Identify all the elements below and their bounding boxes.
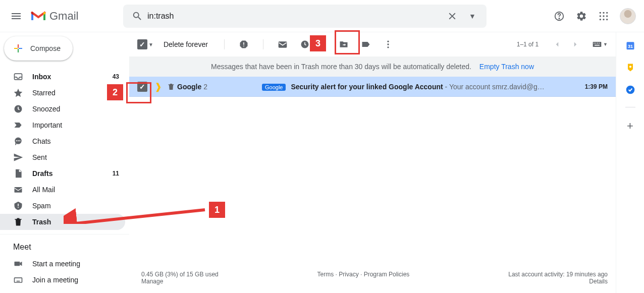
sidebar-item-starred[interactable]: Starred bbox=[0, 85, 125, 101]
message-checkbox[interactable] bbox=[137, 82, 147, 92]
separator bbox=[324, 39, 325, 49]
meet-section-header: Meet bbox=[0, 239, 129, 256]
checkbox-icon bbox=[137, 39, 147, 49]
move-to-button[interactable] bbox=[339, 39, 349, 49]
report-spam-button[interactable] bbox=[239, 39, 249, 49]
labels-button[interactable] bbox=[361, 39, 371, 49]
search-box[interactable]: ▼ bbox=[123, 5, 487, 28]
separator bbox=[263, 39, 263, 49]
message-row[interactable]: ❱ Google 2 Google Security alert for you… bbox=[129, 77, 616, 97]
svg-point-10 bbox=[606, 19, 608, 20]
keep-addon-button[interactable] bbox=[625, 63, 635, 73]
svg-rect-25 bbox=[15, 278, 22, 282]
trash-icon bbox=[167, 83, 175, 91]
svg-rect-24 bbox=[15, 262, 20, 266]
trash-icon bbox=[13, 217, 23, 227]
important-marker-icon[interactable]: ❱ bbox=[154, 81, 162, 92]
svg-rect-41 bbox=[599, 43, 600, 44]
sidebar-item-chats[interactable]: Chats bbox=[0, 133, 125, 149]
important-icon bbox=[13, 120, 23, 130]
input-tools-button[interactable]: ▼ bbox=[592, 41, 608, 48]
calendar-addon-button[interactable]: 31 bbox=[625, 40, 635, 50]
svg-point-1 bbox=[559, 18, 559, 18]
divider bbox=[625, 107, 635, 107]
next-page-button[interactable] bbox=[568, 37, 583, 52]
mark-unread-button[interactable] bbox=[278, 39, 288, 49]
sidebar-item-sent[interactable]: Sent bbox=[0, 149, 125, 165]
terms-link[interactable]: Terms bbox=[317, 271, 334, 278]
details-link[interactable]: Details bbox=[589, 278, 608, 285]
sidebar-item-inbox[interactable]: Inbox 43 bbox=[0, 69, 125, 85]
svg-rect-42 bbox=[595, 45, 600, 46]
activity-text: Last account activity: 19 minutes ago bbox=[508, 271, 608, 278]
inbox-icon bbox=[13, 72, 23, 82]
draft-icon bbox=[13, 168, 23, 179]
spam-icon bbox=[13, 201, 23, 211]
support-button[interactable] bbox=[549, 6, 569, 26]
sidebar-item-spam[interactable]: Spam bbox=[0, 198, 125, 214]
search-input[interactable] bbox=[147, 12, 442, 21]
tasks-addon-button[interactable] bbox=[625, 85, 635, 95]
search-icon[interactable] bbox=[127, 11, 147, 22]
message-sender: Google 2 bbox=[177, 83, 262, 91]
message-body: Google Security alert for your linked Go… bbox=[262, 83, 577, 91]
side-panel: 31 + bbox=[616, 32, 644, 293]
svg-point-7 bbox=[606, 15, 608, 17]
gmail-logo[interactable]: Gmail bbox=[28, 10, 119, 23]
svg-rect-21 bbox=[15, 187, 22, 193]
svg-point-6 bbox=[603, 15, 604, 17]
sidebar-item-allmail[interactable]: All Mail bbox=[0, 182, 125, 198]
sidebar-item-trash[interactable]: Trash bbox=[0, 214, 125, 230]
sidebar-item-label: Spam bbox=[32, 202, 119, 210]
keyboard-icon bbox=[13, 275, 23, 285]
page-info: 1–1 of 1 bbox=[517, 41, 539, 48]
policies-link[interactable]: Program Policies bbox=[364, 271, 410, 278]
plus-icon bbox=[12, 42, 24, 54]
sidebar-item-drafts[interactable]: Drafts 11 bbox=[0, 165, 125, 182]
divider bbox=[0, 234, 129, 235]
header: Gmail ▼ bbox=[0, 0, 644, 32]
sidebar-item-start-meeting[interactable]: Start a meeting bbox=[0, 256, 125, 272]
sidebar-item-label: All Mail bbox=[32, 186, 119, 194]
svg-rect-23 bbox=[18, 207, 19, 208]
chevron-down-icon[interactable]: ▼ bbox=[148, 42, 153, 47]
video-icon bbox=[13, 259, 23, 269]
sidebar-item-label: Important bbox=[32, 121, 119, 129]
svg-point-5 bbox=[600, 15, 601, 17]
sidebar-item-join-meeting[interactable]: Join a meeting bbox=[0, 272, 125, 288]
svg-point-9 bbox=[603, 19, 604, 20]
get-addons-button[interactable]: + bbox=[627, 120, 633, 133]
sidebar-item-important[interactable]: Important bbox=[0, 117, 125, 133]
apps-button[interactable] bbox=[594, 6, 614, 26]
sidebar-item-label: Trash bbox=[32, 218, 119, 226]
svg-point-4 bbox=[606, 12, 608, 13]
svg-rect-22 bbox=[18, 204, 19, 206]
manage-storage-link[interactable]: Manage bbox=[141, 278, 163, 285]
separator bbox=[224, 39, 225, 49]
select-all-checkbox[interactable]: ▼ bbox=[137, 39, 153, 49]
sent-icon bbox=[13, 152, 23, 162]
search-clear-button[interactable] bbox=[442, 6, 462, 26]
snooze-button[interactable] bbox=[300, 39, 310, 49]
more-button[interactable] bbox=[383, 39, 393, 49]
compose-button[interactable]: Compose bbox=[4, 36, 73, 61]
settings-button[interactable] bbox=[571, 6, 592, 26]
main-menu-button[interactable] bbox=[4, 4, 28, 28]
svg-point-20 bbox=[19, 140, 20, 141]
annotation-1: 1 bbox=[209, 202, 225, 218]
sidebar-item-label: Starred bbox=[32, 89, 119, 97]
account-avatar[interactable] bbox=[620, 8, 636, 24]
svg-point-3 bbox=[603, 12, 604, 13]
privacy-link[interactable]: Privacy bbox=[339, 271, 358, 278]
sidebar-item-snoozed[interactable]: Snoozed bbox=[0, 101, 125, 117]
prev-page-button[interactable] bbox=[550, 37, 565, 52]
empty-trash-link[interactable]: Empty Trash now bbox=[479, 63, 534, 71]
chat-icon bbox=[13, 136, 23, 146]
gmail-logo-text: Gmail bbox=[49, 10, 78, 23]
delete-forever-button[interactable]: Delete forever bbox=[164, 40, 208, 48]
svg-point-2 bbox=[600, 12, 601, 13]
sidebar-item-label: Snoozed bbox=[32, 105, 119, 113]
toolbar: ▼ Delete forever 1–1 of 1 ▼ bbox=[129, 32, 616, 56]
svg-rect-32 bbox=[279, 42, 286, 47]
search-options-dropdown[interactable]: ▼ bbox=[462, 12, 482, 20]
